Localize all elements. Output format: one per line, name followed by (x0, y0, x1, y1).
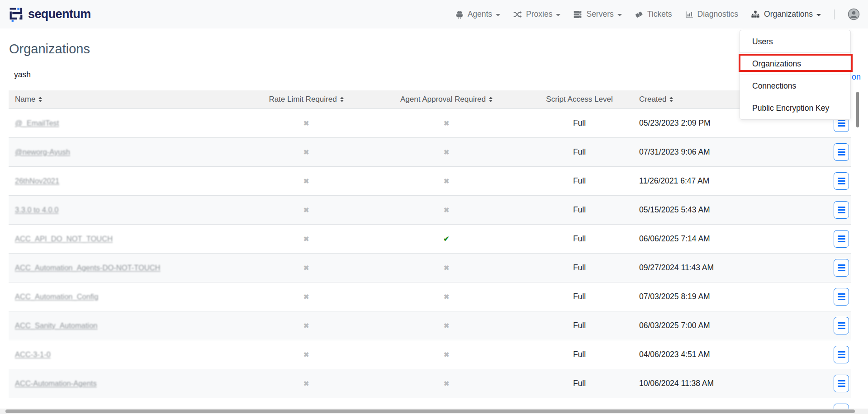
org-name-link[interactable]: ACC-3-1-0 (15, 350, 51, 358)
hamburger-icon-bar (838, 120, 845, 121)
org-name-link[interactable]: ACC_Automation_Agents-DO-NOT-TOUCH (15, 263, 161, 272)
rate-limit-cell: ✖ (254, 108, 359, 137)
column-header-rate-limit[interactable]: Rate Limit Required (254, 90, 359, 108)
org-name-link[interactable]: 26thNov2021 (15, 177, 59, 185)
rate-limit-cell: ✖ (254, 311, 359, 340)
rate-limit-cell: ✖ (254, 195, 359, 224)
agent-approval-cell: ✖ (359, 253, 534, 282)
table-header-row: Name Rate Limit Required Agent Approval … (9, 90, 851, 108)
menu-item-connections[interactable]: Connections (740, 75, 850, 97)
hamburger-icon-bar (838, 299, 845, 300)
column-label: Rate Limit Required (269, 95, 337, 104)
row-actions-button[interactable] (834, 317, 849, 334)
user-avatar[interactable] (848, 8, 860, 20)
actions-cell (766, 166, 851, 195)
x-icon: ✖ (444, 322, 450, 329)
agent-approval-cell: ✖ (359, 108, 534, 137)
agent-approval-cell: ✖ (359, 195, 534, 224)
x-icon: ✖ (304, 322, 309, 329)
created-cell: 04/06/2023 4:51 AM (625, 340, 766, 369)
brand-logo[interactable]: sequentum (9, 6, 91, 23)
org-table-body: @_EmailTest✖✖Full05/23/2023 2:09 PM@newo… (9, 108, 851, 409)
row-actions-button[interactable] (834, 288, 849, 306)
hamburger-icon-bar (838, 125, 845, 127)
org-chart-icon (750, 10, 760, 19)
script-access-cell: Full (534, 369, 625, 398)
actions-cell (766, 340, 851, 369)
horizontal-scrollbar[interactable] (0, 409, 868, 414)
check-icon: ✔ (443, 235, 449, 243)
nav-label: Organizations (764, 9, 813, 19)
actions-cell (766, 398, 851, 409)
column-label: Created (639, 95, 666, 104)
name-cell: ACC-Automation-Agents (9, 369, 254, 398)
nav-item-proxies[interactable]: Proxies (512, 9, 560, 19)
actions-cell (766, 137, 851, 166)
column-header-agent-approval[interactable]: Agent Approval Required (359, 90, 534, 108)
nav-label: Tickets (647, 9, 672, 19)
hamburger-icon-bar (838, 296, 845, 297)
org-name-link[interactable]: 3.3.0 to 4.0.0 (15, 206, 58, 214)
nav-item-agents[interactable]: Agents (455, 9, 500, 19)
vertical-scrollbar-thumb[interactable] (856, 92, 859, 127)
nav-item-diagnostics[interactable]: Diagnostics (684, 9, 738, 19)
agent-approval-cell: ✖ (359, 369, 534, 398)
hamburger-icon-bar (838, 386, 845, 387)
actions-cell (766, 369, 851, 398)
nav-label: Servers (586, 9, 613, 19)
x-icon: ✖ (444, 119, 450, 127)
organizations-dropdown-menu: Users Organizations Connections Public E… (740, 30, 851, 120)
script-access-cell: Full (534, 224, 625, 253)
column-header-name[interactable]: Name (9, 90, 254, 108)
server-stack-icon (573, 10, 583, 19)
name-cell: ACC_Automation_Agents-DO-NOT-TOUCH (9, 253, 254, 282)
column-label: Script Access Level (546, 95, 612, 104)
row-actions-button[interactable] (834, 375, 849, 392)
org-name-link[interactable]: @neworg-Ayush (15, 148, 70, 156)
x-icon: ✖ (304, 119, 309, 127)
hamburger-icon-bar (838, 325, 845, 326)
create-organization-link-truncated[interactable]: on (852, 72, 861, 82)
row-actions-button[interactable] (834, 230, 849, 248)
chevron-down-icon (496, 14, 500, 16)
hamburger-icon-bar (838, 180, 845, 182)
row-actions-button[interactable] (834, 172, 849, 190)
org-name-link[interactable]: @_EmailTest (15, 119, 59, 127)
hamburger-icon-bar (838, 270, 845, 271)
x-icon: ✖ (444, 177, 450, 185)
org-name-link[interactable]: ACC-Automation-Agents (15, 379, 97, 387)
nav-item-servers[interactable]: Servers (573, 9, 621, 19)
org-name-link[interactable]: ACC_Automation_Config (15, 292, 98, 301)
x-icon: ✖ (444, 380, 450, 387)
created-cell: 06/06/2025 7:14 AM (625, 224, 766, 253)
table-row-partial (9, 398, 851, 409)
row-actions-button[interactable] (834, 259, 849, 277)
x-icon: ✖ (444, 351, 450, 358)
menu-item-organizations[interactable]: Organizations (740, 53, 850, 75)
hamburger-icon-bar (838, 380, 845, 381)
nav-item-tickets[interactable]: Tickets (634, 9, 672, 19)
horizontal-scrollbar-thumb[interactable] (5, 409, 855, 413)
menu-item-users[interactable]: Users (740, 31, 850, 52)
actions-cell (766, 224, 851, 253)
menu-item-public-encryption-key[interactable]: Public Encryption Key (740, 97, 850, 119)
org-name-link[interactable]: ACC_API_DO_NOT_TOUCH (15, 235, 113, 243)
nav-item-organizations[interactable]: Organizations (750, 9, 821, 19)
script-access-cell: Full (534, 253, 625, 282)
org-name-link[interactable]: ACC_Sanity_Automation (15, 321, 98, 329)
table-row: 3.3.0 to 4.0.0✖✖Full05/15/2025 5:43 AM (9, 195, 851, 224)
page-title: Organizations (9, 42, 90, 56)
column-header-script-access: Script Access Level (534, 90, 625, 108)
script-access-cell: Full (534, 166, 625, 195)
created-cell: 07/03/2025 8:19 AM (625, 282, 766, 311)
agent-approval-cell (359, 398, 534, 409)
x-icon: ✖ (304, 148, 309, 156)
name-cell: ACC-3-1-0 (9, 340, 254, 369)
nav-label: Agents (468, 9, 492, 19)
name-cell (9, 398, 254, 409)
row-actions-button[interactable] (834, 346, 849, 363)
actions-cell (766, 282, 851, 311)
actions-cell (766, 311, 851, 340)
row-actions-button[interactable] (834, 201, 849, 219)
row-actions-button[interactable] (834, 143, 849, 161)
